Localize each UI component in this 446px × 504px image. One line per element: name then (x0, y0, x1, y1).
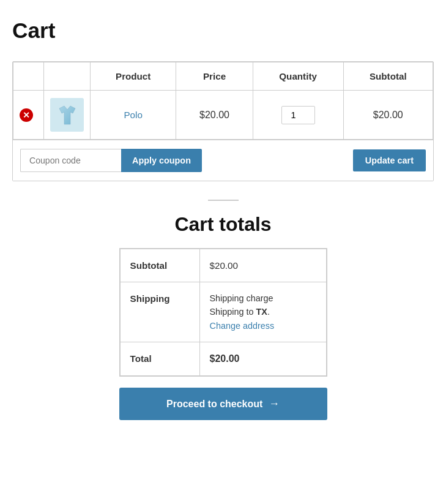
coupon-code-input[interactable] (20, 149, 121, 172)
shirt-svg-icon (54, 102, 80, 128)
total-amount: $20.00 (210, 353, 240, 364)
cart-table-wrapper: Product Price Quantity Subtotal ✕ (12, 61, 434, 181)
subtotal-value: $20.00 (199, 249, 326, 282)
product-name-cell: Polo (91, 91, 176, 140)
shipping-charge-text: Shipping charge (210, 293, 316, 303)
col-quantity-header: Quantity (253, 62, 343, 91)
col-product-header: Product (91, 62, 176, 91)
col-price-header: Price (176, 62, 253, 91)
total-value: $20.00 (199, 342, 326, 376)
product-link[interactable]: Polo (124, 110, 142, 120)
product-thumbnail (50, 98, 84, 132)
shipping-label: Shipping (120, 282, 199, 342)
update-cart-button[interactable]: Update cart (353, 149, 426, 171)
checkout-arrow-icon: → (269, 397, 280, 410)
remove-cell: ✕ (13, 91, 44, 140)
product-quantity-cell (253, 91, 343, 140)
subtotal-row: Subtotal $20.00 (120, 249, 326, 282)
subtotal-label: Subtotal (120, 249, 199, 282)
change-address-link[interactable]: Change address (210, 321, 275, 331)
remove-icon: ✕ (20, 108, 33, 122)
col-subtotal-header: Subtotal (343, 62, 433, 91)
col-remove-header (13, 62, 44, 91)
shipping-row: Shipping Shipping charge Shipping to TX.… (120, 282, 326, 342)
table-row: ✕ (13, 91, 433, 140)
page-title: Cart (12, 18, 434, 43)
proceed-to-checkout-button[interactable]: Proceed to checkout → (119, 388, 327, 420)
product-price-cell: $20.00 (176, 91, 253, 140)
remove-item-button[interactable]: ✕ (20, 108, 33, 122)
section-divider (208, 200, 239, 201)
totals-table-wrapper: Subtotal $20.00 Shipping Shipping charge… (119, 248, 327, 377)
cart-table: Product Price Quantity Subtotal ✕ (13, 62, 433, 140)
shipping-period: . (267, 307, 270, 317)
product-subtotal-cell: $20.00 (343, 91, 433, 140)
total-row: Total $20.00 (120, 342, 326, 376)
coupon-left: Apply coupon (20, 149, 202, 172)
cart-totals-section: Cart totals Subtotal $20.00 Shipping Shi… (12, 213, 434, 420)
cart-totals-title: Cart totals (174, 213, 271, 236)
product-image-cell (44, 91, 91, 140)
col-image-header (44, 62, 91, 91)
coupon-row: Apply coupon Update cart (13, 140, 433, 181)
svg-marker-0 (59, 106, 75, 124)
apply-coupon-button[interactable]: Apply coupon (121, 149, 202, 172)
shipping-details: Shipping charge Shipping to TX. Change a… (199, 282, 326, 342)
shipping-state: TX (256, 307, 267, 317)
total-label: Total (120, 342, 199, 376)
shipping-to-prefix: Shipping to (210, 307, 256, 317)
shipping-to-text: Shipping to TX. (210, 307, 316, 317)
quantity-input[interactable] (281, 106, 315, 124)
totals-table: Subtotal $20.00 Shipping Shipping charge… (120, 249, 327, 376)
checkout-label: Proceed to checkout (166, 399, 262, 410)
